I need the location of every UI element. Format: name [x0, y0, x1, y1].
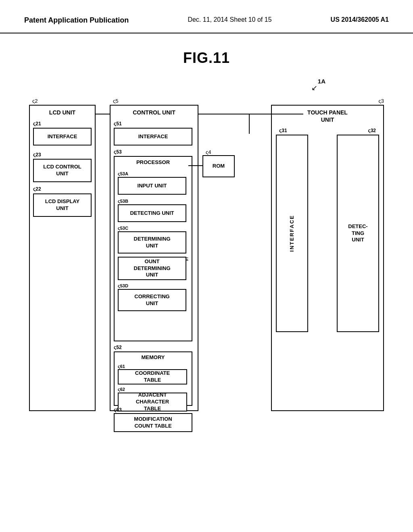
processor-box: PROCESSOR ς53A INPUT UNIT ς53B DETECTING…	[114, 156, 192, 341]
coordinate-table-box: COORDINATE TABLE	[118, 369, 187, 384]
lcd-display-label: LCD DISPLAY UNIT	[45, 198, 79, 212]
ref-lcd-unit: ς2	[32, 98, 38, 104]
modification-count-label: MODIFICATION COUNT TABLE	[134, 416, 172, 430]
modification-count-box: MODIFICATION COUNT TABLE	[114, 413, 192, 432]
count-determining-box: OUNT DETERMINING UNIT	[118, 257, 186, 280]
header-patent-number: US 2014/362005 A1	[331, 16, 389, 23]
memory-box: MEMORY ς61 COORDINATE TABLE ς62 ADJACENT…	[114, 351, 192, 406]
lcd-unit-label: LCD UNIT	[30, 109, 95, 116]
lcd-interface-label: INTERFACE	[48, 133, 77, 140]
control-unit-label: CONTROL UNIT	[111, 109, 198, 116]
header: Patent Application Publication Dec. 11, …	[0, 0, 413, 33]
correcting-unit-label: CORRECTING UNIT	[134, 293, 169, 307]
line-ctrl-to-tp	[198, 114, 303, 114]
rom-label: ROM	[213, 163, 225, 170]
ref-tp-detecting: ς32	[368, 128, 376, 134]
memory-label: MEMORY	[115, 354, 192, 361]
count-determining-label: OUNT DETERMINING UNIT	[134, 258, 171, 279]
ref-control-unit: ς5	[113, 98, 119, 104]
tp-detecting-label: DETEC- TING UNIT	[348, 223, 367, 244]
rom-box: ROM	[202, 155, 235, 177]
ref-rom: ς4	[206, 149, 211, 155]
ref-ctrl-interface: ς51	[114, 121, 122, 127]
ref-tp-interface: ς31	[279, 128, 287, 134]
ref-lcd-control: ς23	[33, 152, 41, 158]
ref-1a-arrow: ↙	[311, 83, 317, 92]
touch-panel-label: TOUCH PANEL UNIT	[272, 109, 383, 123]
tp-interface-label: INTERFACE	[289, 215, 296, 252]
determining-unit-label: DETERMINING UNIT	[134, 236, 171, 249]
lcd-unit-box: LCD UNIT ς21 INTERFACE ς23 LCD CONTROL U…	[29, 105, 96, 411]
page: Patent Application Publication Dec. 11, …	[0, 0, 413, 532]
header-publication: Patent Application Publication	[24, 16, 129, 25]
ctrl-interface-label: INTERFACE	[138, 133, 168, 140]
input-unit-box: INPUT UNIT	[118, 177, 186, 195]
lcd-display-box: LCD DISPLAY UNIT	[33, 193, 92, 217]
diagram-area: 1A ↙ ς2 LCD UNIT ς21 INTERFACE ς23 LCD C…	[25, 75, 388, 470]
adjacent-char-box: ADJACENT CHARACTER TABLE	[118, 393, 187, 411]
lcd-control-box: LCD CONTROL UNIT	[33, 159, 92, 182]
ref-lcd-interface: ς21	[33, 121, 41, 127]
correcting-unit-box: CORRECTING UNIT	[118, 289, 186, 311]
ref-1a: 1A	[318, 78, 325, 85]
ref-detecting: ς53B	[118, 198, 128, 204]
tp-interface-box: INTERFACE	[276, 135, 308, 332]
lcd-interface-box: INTERFACE	[33, 128, 92, 145]
ctrl-interface-box: INTERFACE	[114, 128, 192, 145]
line-lcd-to-ctrl	[96, 114, 110, 114]
ref-lcd-display: ς22	[33, 186, 41, 193]
ref-correcting: ς53D	[118, 283, 128, 289]
ref-input: ς53A	[118, 171, 128, 177]
processor-label: PROCESSOR	[115, 159, 192, 166]
touch-panel-box: TOUCH PANEL UNIT ς31 ς32 INTERFACE DETEC…	[271, 105, 384, 411]
ref-touch-panel: ς3	[379, 98, 384, 104]
ref-modification: ς63	[114, 407, 122, 414]
control-unit-box: CONTROL UNIT ς51 INTERFACE ς53 PROCESSOR…	[110, 105, 198, 411]
lcd-control-label: LCD CONTROL UNIT	[43, 164, 81, 177]
header-date-sheet: Dec. 11, 2014 Sheet 10 of 15	[188, 16, 271, 23]
ref-adjacent: ς62	[118, 387, 125, 392]
tp-detecting-box: DETEC- TING UNIT	[337, 135, 379, 332]
ref-memory: ς52	[114, 345, 122, 351]
ref-processor: ς53	[114, 149, 122, 156]
ref-determining: ς53C	[118, 225, 128, 231]
figure-title: FIG.11	[0, 50, 413, 66]
determining-unit-box: DETERMINING UNIT	[118, 231, 186, 254]
vline-tp	[249, 114, 250, 134]
input-unit-label: INPUT UNIT	[138, 183, 167, 189]
ref-coordinate: ς61	[118, 364, 125, 369]
adjacent-char-label: ADJACENT CHARACTER TABLE	[136, 392, 169, 412]
coordinate-table-label: COORDINATE TABLE	[135, 370, 170, 384]
detecting-unit-label: DETECTING UNIT	[130, 210, 174, 217]
line-input-to-rom	[188, 165, 202, 166]
detecting-unit-box: DETECTING UNIT	[118, 204, 186, 222]
